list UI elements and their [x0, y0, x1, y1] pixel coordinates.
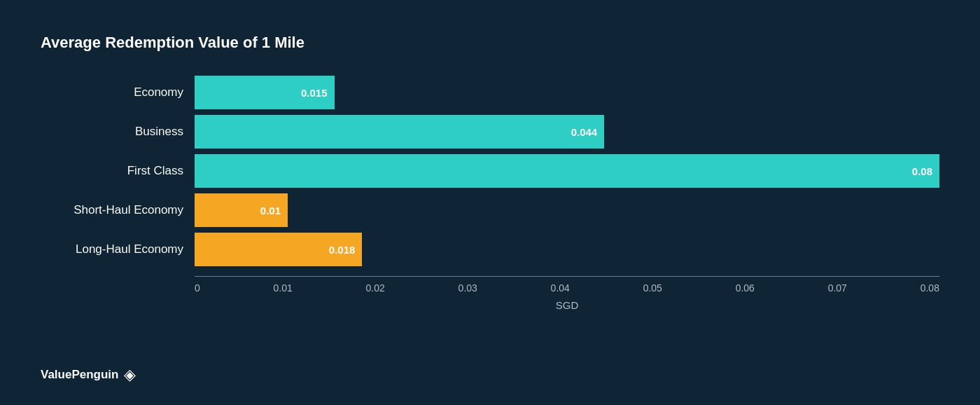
- brand-name: ValuePenguin: [41, 368, 118, 382]
- axis-tick: 0.02: [366, 282, 385, 294]
- bar-fill: 0.018: [195, 233, 362, 266]
- axis-tick: 0.08: [920, 282, 939, 294]
- bar-track: 0.018: [195, 233, 939, 266]
- bar-fill: 0.044: [195, 115, 604, 149]
- bar-label: Long-Haul Economy: [41, 242, 195, 256]
- bar-label: Business: [41, 125, 195, 139]
- axis-ticks: 00.010.020.030.040.050.060.070.08: [195, 282, 939, 294]
- bar-label: First Class: [41, 164, 195, 178]
- axis-tick: 0: [195, 282, 200, 294]
- bar-fill: 0.01: [195, 193, 288, 227]
- bar-row: First Class0.08: [41, 153, 939, 189]
- bar-row: Economy0.015: [41, 74, 939, 111]
- bar-row: Business0.044: [41, 114, 939, 150]
- bar-track: 0.08: [195, 154, 939, 188]
- axis-tick: 0.07: [828, 282, 847, 294]
- bar-value-label: 0.018: [329, 244, 356, 256]
- bar-fill: 0.08: [195, 154, 939, 188]
- bar-value-label: 0.01: [260, 205, 281, 217]
- bar-fill: 0.015: [195, 76, 335, 109]
- bar-row: Long-Haul Economy0.018: [41, 231, 939, 268]
- branding: ValuePenguin ◈: [41, 366, 136, 384]
- axis-tick: 0.03: [458, 282, 477, 294]
- axis-tick: 0.05: [643, 282, 662, 294]
- chart-container: Average Redemption Value of 1 Mile Econo…: [7, 8, 973, 397]
- bar-value-label: 0.08: [912, 165, 932, 177]
- bar-row: Short-Haul Economy0.01: [41, 192, 939, 228]
- axis-area: 00.010.020.030.040.050.060.070.08 SGD: [195, 276, 939, 311]
- bar-value-label: 0.044: [571, 126, 598, 138]
- bar-label: Economy: [41, 85, 195, 99]
- bar-track: 0.015: [195, 76, 939, 109]
- bar-track: 0.01: [195, 193, 939, 227]
- axis-tick: 0.04: [551, 282, 570, 294]
- bar-track: 0.044: [195, 115, 939, 149]
- chart-body: Economy0.015Business0.044First Class0.08…: [41, 74, 939, 270]
- bar-label: Short-Haul Economy: [41, 203, 195, 217]
- bar-value-label: 0.015: [301, 87, 328, 99]
- axis-label: SGD: [195, 299, 939, 311]
- chart-title: Average Redemption Value of 1 Mile: [41, 34, 939, 52]
- brand-icon: ◈: [124, 366, 136, 384]
- axis-tick: 0.01: [274, 282, 293, 294]
- axis-tick: 0.06: [736, 282, 755, 294]
